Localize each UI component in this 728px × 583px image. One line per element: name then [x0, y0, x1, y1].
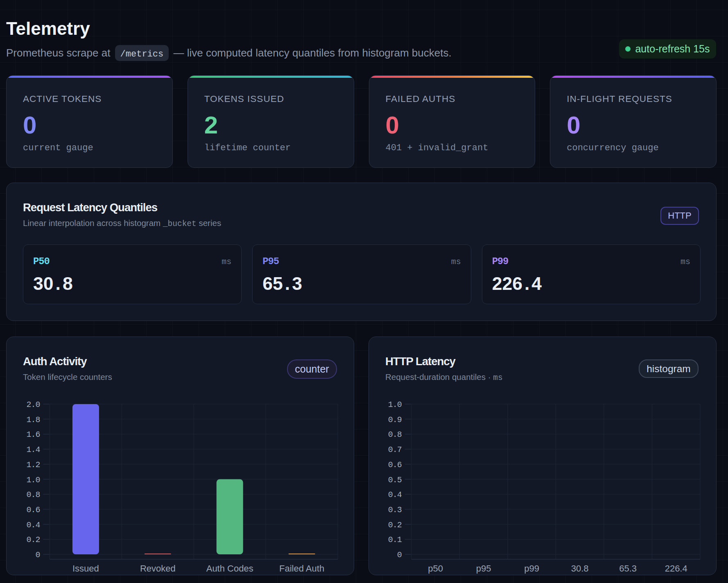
svg-text:1.4: 1.4 [26, 445, 40, 454]
svg-text:1.2: 1.2 [26, 460, 40, 470]
svg-text:1.0: 1.0 [388, 400, 402, 409]
svg-text:0.3: 0.3 [388, 505, 402, 515]
svg-text:0.1: 0.1 [388, 535, 402, 545]
svg-text:0: 0 [35, 550, 40, 560]
svg-text:p99: p99 [524, 563, 539, 574]
svg-text:0.9: 0.9 [388, 415, 402, 425]
svg-text:0.2: 0.2 [26, 535, 40, 545]
svg-text:0.8: 0.8 [388, 430, 402, 439]
svg-text:0.8: 0.8 [26, 490, 40, 499]
svg-text:0.4: 0.4 [388, 490, 402, 499]
svg-text:0.7: 0.7 [388, 445, 402, 454]
svg-text:p50: p50 [428, 563, 443, 574]
svg-text:226.4: 226.4 [665, 563, 687, 574]
svg-text:0.6: 0.6 [388, 460, 402, 470]
svg-text:Auth Codes: Auth Codes [206, 563, 253, 574]
svg-text:Revoked: Revoked [140, 563, 176, 574]
svg-text:0.6: 0.6 [26, 505, 40, 515]
svg-text:0: 0 [397, 550, 402, 560]
svg-text:30.8: 30.8 [571, 563, 589, 574]
svg-text:1.0: 1.0 [26, 475, 40, 485]
svg-text:0.5: 0.5 [388, 475, 402, 485]
svg-text:1.6: 1.6 [26, 430, 40, 439]
svg-text:p95: p95 [476, 563, 491, 574]
svg-text:2.0: 2.0 [26, 400, 40, 409]
svg-text:65.3: 65.3 [619, 563, 637, 574]
svg-text:0.2: 0.2 [388, 520, 402, 530]
svg-text:0.4: 0.4 [26, 520, 40, 530]
svg-text:1.8: 1.8 [26, 415, 40, 425]
svg-text:Issued: Issued [72, 563, 99, 574]
svg-text:Failed Auth: Failed Auth [279, 563, 324, 574]
